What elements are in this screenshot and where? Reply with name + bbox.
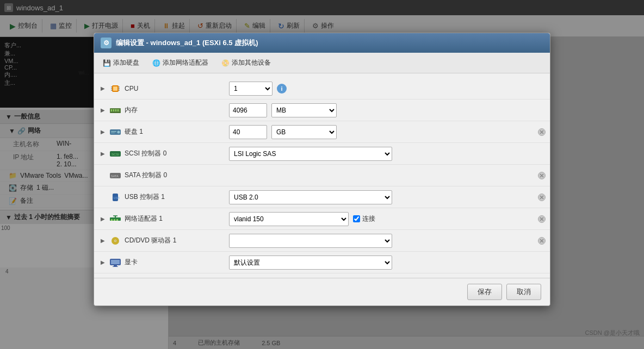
cpu-controls: 1248 i <box>225 82 550 96</box>
sata0-row: ▶ SATA SATA 控制器 0 <box>94 165 550 186</box>
modal-footer: 保存 取消 <box>94 278 550 306</box>
cddvd1-icon <box>109 236 121 245</box>
memory-row: ▶ 内存 <box>94 99 550 121</box>
sata0-icon: SATA <box>109 171 121 180</box>
memory-row-header: ▶ 内存 <box>94 105 225 115</box>
nic1-label: 网络适配器 1 <box>125 214 163 223</box>
svg-rect-13 <box>110 112 121 113</box>
cddvd1-source-select[interactable]: 客户端设备 数据存储 ISO 文件 主机设备 <box>229 234 392 248</box>
usb1-label: USB 控制器 1 <box>125 192 165 202</box>
display-icon <box>109 258 121 267</box>
usb1-version-select[interactable]: USB 1.1 USB 2.0 USB 3.0 <box>229 190 392 204</box>
svg-rect-16 <box>111 131 116 132</box>
cddvd1-delete-button[interactable] <box>534 237 550 245</box>
sata0-delete-button[interactable] <box>534 172 550 179</box>
svg-rect-34 <box>111 219 113 221</box>
usb1-row-header: ▶ USB USB 控制器 1 <box>94 192 225 202</box>
nic1-icon <box>109 215 121 223</box>
svg-rect-36 <box>116 219 118 221</box>
svg-text:USB: USB <box>114 196 120 200</box>
cpu-label: CPU <box>125 85 138 92</box>
memory-expand-arrow[interactable]: ▶ <box>101 107 106 113</box>
cpu-icon <box>109 84 121 93</box>
svg-rect-49 <box>111 260 120 264</box>
svg-text:SCSI: SCSI <box>112 153 119 156</box>
nic1-connect-label: 连接 <box>353 214 375 223</box>
usb1-controls: USB 1.1 USB 2.0 USB 3.0 <box>225 190 534 204</box>
svg-rect-11 <box>115 109 116 111</box>
cddvd1-expand-arrow[interactable]: ▶ <box>101 238 106 244</box>
add-other-button[interactable]: 📀 添加其他设备 <box>219 57 273 68</box>
add-nic-label: 添加网络适配器 <box>163 58 208 67</box>
usb1-row: ▶ USB USB 控制器 1 USB 1.1 USB 2.0 USB 3.0 <box>94 186 550 208</box>
display-row: ▶ 显卡 默认设置 自动检测设置 <box>94 252 550 273</box>
scsi0-expand-arrow[interactable]: ▶ <box>101 151 106 157</box>
cancel-button[interactable]: 取消 <box>506 284 541 300</box>
scsi0-type-select[interactable]: LSI Logic SAS LSI Logic Parallel VMware … <box>229 147 392 161</box>
svg-point-44 <box>115 240 116 241</box>
scsi0-icon: SCSI <box>109 149 121 158</box>
svg-rect-9 <box>111 109 112 111</box>
add-nic-icon: 🌐 <box>152 59 160 67</box>
nic1-network-select[interactable]: vlanid 150 vlanid 100 VM Network <box>229 212 349 226</box>
usb1-delete-button[interactable] <box>534 194 550 201</box>
modal-toolbar: 💾 添加硬盘 🌐 添加网络适配器 📀 添加其他设备 <box>94 53 550 73</box>
cpu-row-header: ▶ CPU <box>94 84 225 93</box>
cddvd1-row-header: ▶ CD/DVD 驱动器 1 <box>94 236 225 245</box>
svg-point-15 <box>117 130 120 133</box>
nic1-connect-checkbox[interactable] <box>353 215 360 222</box>
add-hdd-label: 添加硬盘 <box>113 58 139 67</box>
harddisk1-delete-button[interactable] <box>534 128 550 136</box>
hdd1-expand-arrow[interactable]: ▶ <box>101 129 106 135</box>
svg-rect-10 <box>113 109 114 111</box>
nic1-expand-arrow[interactable]: ▶ <box>101 216 106 222</box>
cddvd1-row: ▶ CD/DVD 驱动器 1 客户端设备 数据存储 ISO 文 <box>94 230 550 252</box>
cpu-count-select[interactable]: 1248 <box>229 82 273 96</box>
cpu-expand-arrow[interactable]: ▶ <box>101 85 106 91</box>
svg-rect-35 <box>114 219 115 221</box>
display-row-header: ▶ 显卡 <box>94 258 225 267</box>
nic1-controls: vlanid 150 vlanid 100 VM Network 连接 <box>225 212 534 226</box>
svg-text:SATA: SATA <box>111 174 119 178</box>
save-button[interactable]: 保存 <box>467 284 502 300</box>
nic1-connect-text: 连接 <box>362 214 375 223</box>
scsi0-row: ▶ SCSI SCSI 控制器 0 LSI Logic SAS LSI Logi… <box>94 143 550 165</box>
add-other-icon: 📀 <box>221 59 230 67</box>
memory-icon <box>109 106 121 115</box>
cddvd1-controls: 客户端设备 数据存储 ISO 文件 主机设备 <box>225 234 534 248</box>
harddisk1-controls: MBGBTB <box>225 125 534 139</box>
svg-rect-17 <box>111 133 115 133</box>
memory-input[interactable] <box>229 103 267 117</box>
add-nic-button[interactable]: 🌐 添加网络适配器 <box>150 57 210 68</box>
cpu-info-icon[interactable]: i <box>277 84 287 94</box>
add-other-label: 添加其他设备 <box>232 58 271 67</box>
harddisk1-label: 硬盘 1 <box>125 127 143 136</box>
memory-unit-select[interactable]: MBGB <box>271 103 337 117</box>
scsi0-controls: LSI Logic SAS LSI Logic Parallel VMware … <box>225 147 550 161</box>
harddisk1-row: ▶ 硬盘 1 MBGBTB <box>94 121 550 143</box>
modal-title-icon: ⚙ <box>101 38 112 48</box>
hdd1-icon <box>109 128 121 136</box>
harddisk1-row-header: ▶ 硬盘 1 <box>94 127 225 136</box>
sata0-row-header: ▶ SATA SATA 控制器 0 <box>94 171 225 180</box>
cddvd1-label: CD/DVD 驱动器 1 <box>125 236 176 245</box>
scsi0-label: SCSI 控制器 0 <box>125 149 166 158</box>
harddisk1-unit-select[interactable]: MBGBTB <box>271 125 337 139</box>
scsi0-row-header: ▶ SCSI SCSI 控制器 0 <box>94 149 225 158</box>
edit-settings-modal: ⚙ 编辑设置 - windows_ad_1 (ESXi 6.5 虚拟机) 💾 添… <box>94 33 550 306</box>
nic1-delete-button[interactable] <box>534 215 550 223</box>
modal-title: 编辑设置 - windows_ad_1 (ESXi 6.5 虚拟机) <box>116 38 258 48</box>
sata0-label: SATA 控制器 0 <box>125 171 167 180</box>
harddisk1-size-input[interactable] <box>229 125 267 139</box>
svg-rect-51 <box>113 266 118 267</box>
svg-rect-50 <box>114 265 117 266</box>
nic1-row-header: ▶ 网络适配器 1 <box>94 214 225 223</box>
add-hdd-icon: 💾 <box>103 59 111 67</box>
add-hdd-button[interactable]: 💾 添加硬盘 <box>101 57 141 68</box>
modal-titlebar: ⚙ 编辑设置 - windows_ad_1 (ESXi 6.5 虚拟机) <box>94 33 550 53</box>
modal-content: ▶ CPU <box>94 73 550 278</box>
display-label: 显卡 <box>125 258 138 267</box>
display-expand-arrow[interactable]: ▶ <box>101 259 106 265</box>
display-setting-select[interactable]: 默认设置 自动检测设置 <box>229 255 392 270</box>
modal-overlay: ⚙ 编辑设置 - windows_ad_1 (ESXi 6.5 虚拟机) 💾 添… <box>0 0 644 349</box>
